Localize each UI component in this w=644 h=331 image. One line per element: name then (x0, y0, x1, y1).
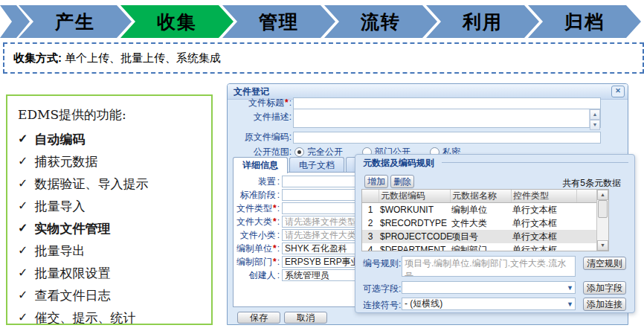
flow-step-utilize: 利用 (426, 5, 539, 38)
flow-step-generate: 产生 (19, 5, 132, 38)
original-code-label: 原文件编码: (231, 131, 292, 144)
chevron-down-icon[interactable]: ▼ (567, 283, 573, 294)
flow-step-manage: 管理 (222, 5, 335, 38)
feature-item: ✓催交、提示、统计 (18, 306, 208, 329)
flow-step-circulate: 流转 (324, 5, 437, 38)
check-icon: ✓ (18, 195, 28, 217)
metadata-rules-panel: 元数据及编码规则 增加 删除 共有5条元数据 元数据编码 元数据名称 控件类型 … (355, 154, 635, 313)
check-icon: ✓ (18, 284, 28, 306)
clear-rule-button[interactable]: 清空规则 (583, 257, 626, 270)
collection-method-note: 收集方式: 单个上传、批量上传、系统集成 (3, 42, 644, 74)
textarea-scrollbar[interactable]: ▲ ▼ (589, 109, 600, 127)
doc-subcategory-label: 文件小类: (234, 229, 280, 242)
optional-field-select[interactable]: ▼ (402, 281, 576, 294)
required-mark: * (273, 257, 277, 267)
author-unit-label: 编制单位*: (234, 242, 280, 255)
metadata-row-selected[interactable]: 3 $PROJECTCODE 项目号 单行文本框 (362, 230, 598, 243)
check-icon: ✓ (18, 217, 28, 240)
check-icon: ✓ (18, 262, 28, 284)
required-mark: * (273, 243, 277, 254)
panel-title-rule (442, 162, 628, 163)
tab-detail-info[interactable]: 详细信息 (233, 157, 288, 173)
panel-title: 元数据及编码规则 (363, 157, 434, 170)
chevron-down-icon[interactable]: ▼ (567, 299, 573, 310)
check-icon: ✓ (18, 306, 28, 329)
features-title: EDMS提供的功能: (18, 106, 208, 123)
creator-label: 创建人: (234, 269, 280, 282)
required-mark: * (285, 97, 289, 108)
add-metadata-button[interactable]: 增加 (364, 175, 388, 188)
feature-item: ✓批量导入 (18, 195, 208, 217)
scrollbar-thumb[interactable] (598, 200, 608, 218)
edms-features-box: EDMS提供的功能: ✓自动编码 ✓捕获元数据 ✓数据验证、导入提示 ✓批量导入… (6, 94, 213, 325)
author-dept-label: 编制部门*: (234, 256, 280, 269)
optional-field-label: 可选字段: (363, 281, 402, 295)
close-icon[interactable]: ✕ (611, 86, 625, 97)
metadata-count: 共有5条元数据 (562, 177, 621, 190)
metadata-row[interactable]: 4 $DEPARTMENT 编制部门 单行文本框 (362, 243, 598, 251)
required-mark: * (273, 216, 277, 227)
file-description-textarea[interactable]: ▲ ▼ (293, 109, 601, 128)
metadata-table-header: 元数据编码 元数据名称 控件类型 (362, 190, 598, 203)
connector-value: - (短横线) (405, 298, 442, 309)
connector-select[interactable]: - (短横线) ▼ (402, 298, 576, 310)
check-icon: ✓ (18, 240, 28, 262)
file-title-label: 文件标题*: (231, 97, 292, 109)
metadata-row[interactable]: 2 $RECORDTYPE 文件大类 单行文本框 (362, 216, 598, 230)
scroll-up-icon[interactable]: ▲ (597, 190, 608, 200)
metadata-row[interactable]: 1 $WORKUNIT 编制单位 单行文本框 (362, 203, 598, 216)
doc-type-label: 文件类型*: (234, 202, 280, 215)
file-description-label: 文件描述: (231, 109, 292, 123)
tab-electronic-doc[interactable]: 电子文档 (289, 157, 344, 172)
required-mark: * (273, 203, 277, 213)
process-flow: 产生 收集 管理 流转 利用 归档 (0, 5, 644, 38)
feature-item: ✓查看文件日志 (18, 284, 208, 306)
flow-step-collect: 收集 (120, 5, 234, 38)
radio-selected-icon[interactable] (294, 147, 304, 157)
slide-canvas: 产生 收集 管理 流转 利用 归档 收集方式: 单个上传、批量上传、系统集成 E… (0, 0, 644, 331)
add-field-button[interactable]: 添加字段 (583, 281, 626, 295)
file-title-input[interactable] (293, 97, 601, 109)
numbering-rule-label: 编号规则: (363, 256, 402, 270)
delete-metadata-button[interactable]: 删除 (390, 175, 414, 188)
metadata-table: 元数据编码 元数据名称 控件类型 1 $WORKUNIT 编制单位 单行文本框 … (361, 189, 609, 251)
note-text: 单个上传、批量上传、系统集成 (65, 51, 221, 65)
original-code-input[interactable] (293, 132, 601, 144)
check-icon: ✓ (18, 128, 28, 150)
scroll-down-icon[interactable]: ▼ (590, 120, 600, 130)
feature-item: ✓数据验证、导入提示 (18, 173, 208, 195)
check-icon: ✓ (18, 150, 28, 173)
add-connector-button[interactable]: 添加连接 (583, 298, 626, 311)
feature-item: ✓自动编码 (18, 128, 208, 150)
note-label: 收集方式: (13, 51, 62, 65)
doc-category-label: 文件大类*: (234, 216, 280, 228)
feature-item: ✓批量导出 (18, 240, 208, 262)
flow-step-archive: 归档 (528, 5, 641, 38)
cancel-button[interactable]: 取消 (284, 312, 327, 324)
feature-item: ✓批量权限设置 (18, 262, 208, 284)
connector-label: 连接符号: (363, 298, 402, 312)
dialog-title: 文件登记 (234, 86, 269, 98)
table-scrollbar[interactable]: ▲ ▼ (596, 190, 608, 251)
numbering-rule-input[interactable] (402, 256, 576, 277)
plant-label: 装置: (234, 176, 280, 188)
standard-phase-label: 标准阶段: (234, 189, 280, 202)
feature-item: ✓捕获元数据 (18, 150, 208, 173)
scroll-down-icon[interactable]: ▼ (597, 240, 608, 251)
check-icon: ✓ (18, 173, 28, 195)
scroll-up-icon[interactable]: ▲ (590, 109, 600, 120)
save-button[interactable]: 保存 (237, 312, 280, 324)
feature-item: ✓实物文件管理 (18, 217, 208, 240)
